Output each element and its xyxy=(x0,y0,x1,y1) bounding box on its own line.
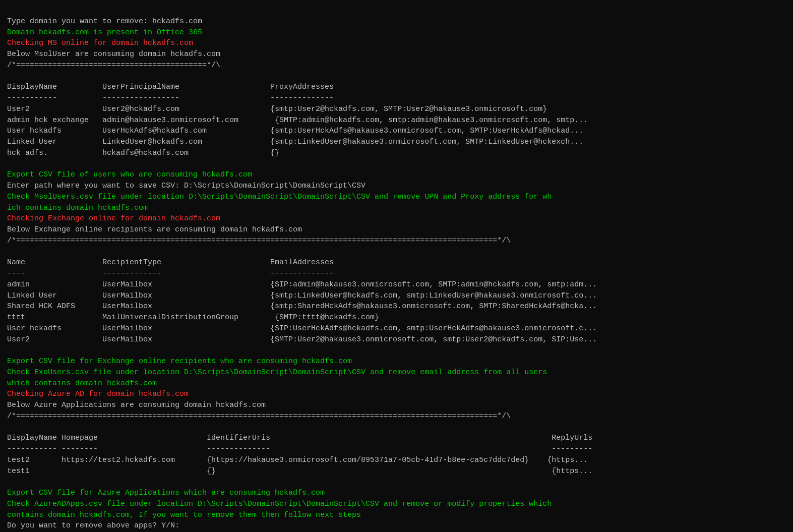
terminal-line-45: contains domain hckadfs.com, If you want… xyxy=(7,510,786,521)
terminal-line-20: /*======================================… xyxy=(7,235,786,247)
terminal-line-36: /*======================================… xyxy=(7,411,786,422)
terminal-line-13 xyxy=(7,159,786,170)
terminal-line-27: tttt MailUniversalDistributionGroup {SMT… xyxy=(7,312,786,323)
terminal-line-19: Below Exchange online recipients are con… xyxy=(7,224,786,235)
terminal-line-42 xyxy=(7,477,786,488)
terminal-line-1: Domain hckadfs.com is present in Office … xyxy=(7,27,786,38)
terminal-line-12: hck adfs. hckadfs@hckadfs.com {} xyxy=(7,148,786,159)
terminal-line-22: Name RecipientType EmailAddresses xyxy=(7,257,786,268)
terminal-line-18: Checking Exchange online for domain hcka… xyxy=(7,213,786,224)
terminal-line-40: test2 https://test2.hckadfs.com {https:/… xyxy=(7,455,786,466)
terminal-line-16: Check MsolUsers.csv file under location … xyxy=(7,192,786,203)
terminal-line-37 xyxy=(7,422,786,433)
terminal-line-10: User hckadfs UserHckAdfs@hckadfs.com {sm… xyxy=(7,126,786,137)
terminal-line-46: Do you want to remove above apps? Y/N: xyxy=(7,520,786,531)
terminal-line-7: ----------- ----------------- ----------… xyxy=(7,93,786,104)
terminal-line-25: Linked User UserMailbox {smtp:LinkedUser… xyxy=(7,290,786,302)
terminal-line-31: Export CSV file for Exchange online reci… xyxy=(7,356,786,367)
terminal-line-43: Export CSV file for Azure Applications w… xyxy=(7,488,786,499)
terminal-line-17: ich contains domain hckadfs.com xyxy=(7,203,786,214)
terminal-line-6: DisplayName UserPrincipalName ProxyAddre… xyxy=(7,82,786,93)
terminal-line-2: Checking MS online for domain hckadfs.co… xyxy=(7,38,786,49)
terminal-line-3: Below MsolUser are consuming domain hcka… xyxy=(7,49,786,60)
terminal-line-26: Shared HCK ADFS UserMailbox {smtp:Shared… xyxy=(7,301,786,312)
terminal-line-39: ----------- -------- -------------- ----… xyxy=(7,444,786,455)
terminal-line-24: admin UserMailbox {SIP:admin@hakause3.on… xyxy=(7,279,786,290)
terminal-line-0: Type domain you want to remove: hckadfs.… xyxy=(7,16,786,27)
terminal-line-9: admin hck exchange admin@hakause3.onmicr… xyxy=(7,115,786,126)
terminal-line-5 xyxy=(7,71,786,82)
terminal-line-4: /*======================================… xyxy=(7,60,786,71)
terminal-line-33: which contains domain hckadfs.com xyxy=(7,378,786,389)
terminal-line-44: Check AzureADApps.csv file under locatio… xyxy=(7,499,786,510)
terminal-line-41: test1 {} {https... xyxy=(7,466,786,477)
terminal-line-35: Below Azure Applications are consuming d… xyxy=(7,400,786,411)
terminal-line-8: User2 User2@hckadfs.com {smtp:User2@hcka… xyxy=(7,104,786,115)
terminal-line-29: User2 UserMailbox {SMTP:User2@hakause3.o… xyxy=(7,334,786,345)
terminal-line-11: Linked User LinkedUser@hckadfs.com {smtp… xyxy=(7,137,786,148)
terminal-line-21 xyxy=(7,247,786,258)
terminal-line-23: ---- ------------- -------------- xyxy=(7,268,786,279)
terminal-output: Type domain you want to remove: hckadfs.… xyxy=(7,5,786,531)
terminal-line-32: Check ExoUsers.csv file under location D… xyxy=(7,367,786,378)
terminal-line-15: Enter path where you want to save CSV: D… xyxy=(7,181,786,192)
terminal-line-14: Export CSV file of users who are consumi… xyxy=(7,169,786,181)
terminal-line-34: Checking Azure AD for domain hckadfs.com xyxy=(7,389,786,400)
terminal-line-38: DisplayName Homepage IdentifierUris Repl… xyxy=(7,433,786,444)
terminal-line-30 xyxy=(7,345,786,356)
terminal-line-28: User hckadfs UserMailbox {SIP:UserHckAdf… xyxy=(7,323,786,334)
